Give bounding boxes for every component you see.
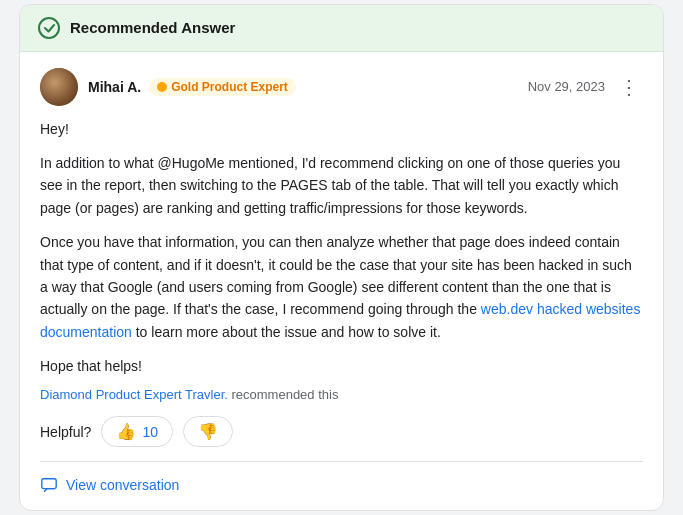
recommended-answer-title: Recommended Answer xyxy=(70,19,235,36)
author-left: Mihai A. Gold Product Expert xyxy=(40,68,296,106)
view-conversation-label: View conversation xyxy=(66,477,179,493)
upvote-count: 10 xyxy=(142,424,158,440)
author-right: Nov 29, 2023 ⋮ xyxy=(528,75,643,99)
chat-icon xyxy=(40,476,58,494)
author-name: Mihai A. xyxy=(88,79,141,95)
answer-card: Recommended Answer Mihai A. Gold Product… xyxy=(19,4,664,512)
thumb-down-icon: 👎 xyxy=(198,422,218,441)
avatar xyxy=(40,68,78,106)
author-info: Mihai A. Gold Product Expert xyxy=(88,78,296,96)
web-dev-link[interactable]: web.dev hacked websites documentation xyxy=(40,301,640,339)
recommender-suffix: recommended this xyxy=(228,387,339,402)
author-row: Mihai A. Gold Product Expert Nov 29, 202… xyxy=(40,68,643,106)
paragraph-4: Hope that helps! xyxy=(40,355,643,377)
recommender-row: Diamond Product Expert Travler. recommen… xyxy=(40,387,643,402)
gold-badge-dot xyxy=(157,82,167,92)
view-conversation-link[interactable]: View conversation xyxy=(40,472,643,498)
thumb-up-icon: 👍 xyxy=(116,422,136,441)
more-options-button[interactable]: ⋮ xyxy=(615,75,643,99)
paragraph-2: In addition to what @HugoMe mentioned, I… xyxy=(40,152,643,219)
recommender-link[interactable]: Diamond Product Expert Travler. xyxy=(40,387,228,402)
post-content: Hey! In addition to what @HugoMe mention… xyxy=(40,118,643,378)
post-date: Nov 29, 2023 xyxy=(528,79,605,94)
paragraph-1: Hey! xyxy=(40,118,643,140)
paragraph-3: Once you have that information, you can … xyxy=(40,231,643,343)
helpful-label: Helpful? xyxy=(40,424,91,440)
gold-badge: Gold Product Expert xyxy=(149,78,296,96)
gold-badge-label: Gold Product Expert xyxy=(171,80,288,94)
helpful-row: Helpful? 👍 10 👎 xyxy=(40,416,643,447)
card-body: Mihai A. Gold Product Expert Nov 29, 202… xyxy=(20,52,663,511)
svg-rect-0 xyxy=(42,479,56,489)
card-header: Recommended Answer xyxy=(20,5,663,52)
upvote-button[interactable]: 👍 10 xyxy=(101,416,173,447)
downvote-button[interactable]: 👎 xyxy=(183,416,233,447)
recommended-check-icon xyxy=(38,17,60,39)
author-meta: Mihai A. Gold Product Expert xyxy=(88,78,296,96)
divider xyxy=(40,461,643,462)
